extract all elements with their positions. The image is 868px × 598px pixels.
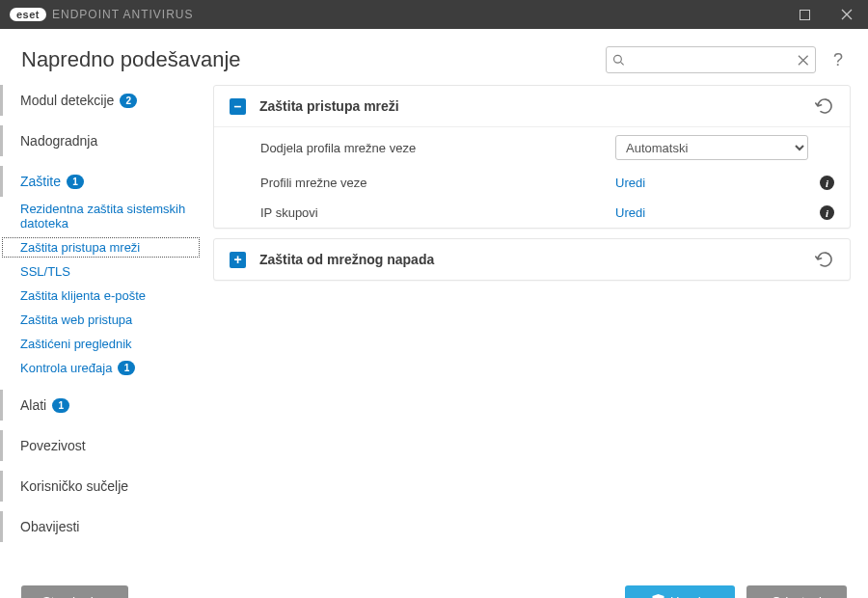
close-button[interactable] <box>826 0 868 29</box>
search-input[interactable] <box>630 53 792 68</box>
row-label: IP skupovi <box>260 205 604 220</box>
expand-icon[interactable]: + <box>230 252 246 268</box>
sidebar-item-alati[interactable]: Alati 1 <box>0 390 202 421</box>
panel-title: Zaštita od mrežnog napada <box>259 252 801 267</box>
sidebar-item-label: Modul detekcije <box>20 93 114 108</box>
profile-assign-select[interactable]: Automatski <box>615 135 808 160</box>
sidebar-item-label: Nadogradnja <box>20 133 97 149</box>
sidebar-item-label: Alati <box>20 397 46 413</box>
undo-icon[interactable] <box>815 251 834 268</box>
sidebar-item-label: Zaštita web pristupa <box>20 313 132 327</box>
edit-link[interactable]: Uredi <box>615 176 645 190</box>
page-title: Napredno podešavanje <box>21 47 241 72</box>
help-button[interactable]: ? <box>829 50 847 70</box>
product-name: ENDPOINT ANTIVIRUS <box>52 8 193 21</box>
close-icon <box>841 9 853 20</box>
sidebar-item-label: Korisničko sučelje <box>20 478 128 494</box>
footer: Standardno U redu Odustani <box>0 572 868 598</box>
panel-header[interactable]: + Zaštita od mrežnog napada <box>214 239 850 280</box>
panel-header[interactable]: – Zaštita pristupa mreži <box>214 86 850 126</box>
content: – Zaštita pristupa mreži Dodjela profila… <box>209 85 868 572</box>
row-label: Profili mrežne veze <box>260 176 604 190</box>
square-icon <box>800 10 810 20</box>
sidebar-item-eposta[interactable]: Zaštita klijenta e-pošte <box>0 284 202 308</box>
search-box[interactable] <box>606 46 816 73</box>
row-profiles: Profili mrežne veze Uredi i <box>214 168 850 198</box>
sidebar-item-preglednik[interactable]: Zaštićeni preglednik <box>0 332 202 356</box>
sidebar-item-uredjaji[interactable]: Kontrola uređaja 1 <box>0 356 202 380</box>
sidebar-item-povezivost[interactable]: Povezivost <box>0 430 202 461</box>
sidebar-item-nadogradnja[interactable]: Nadogradnja <box>0 125 202 156</box>
sidebar-item-label: SSL/TLS <box>20 264 70 279</box>
svg-rect-0 <box>800 10 809 19</box>
sidebar-item-label: Kontrola uređaja <box>20 361 112 375</box>
badge: 1 <box>118 361 135 375</box>
default-button[interactable]: Standardno <box>21 585 128 598</box>
sidebar-item-modul-detekcije[interactable]: Modul detekcije 2 <box>0 85 202 116</box>
clear-icon[interactable] <box>798 54 809 67</box>
svg-point-1 <box>614 55 622 63</box>
panel-title: Zaštita pristupa mreži <box>259 98 801 114</box>
info-icon[interactable]: i <box>820 176 834 190</box>
sidebar-item-label: Zaštita klijenta e-pošte <box>20 288 146 303</box>
sidebar-item-pristup-mrezi[interactable]: Zaštita pristupa mreži <box>0 235 202 259</box>
panel-mrezni-napad: + Zaštita od mrežnog napada <box>213 238 851 281</box>
sidebar-item-obavijesti[interactable]: Obavijesti <box>0 511 202 542</box>
ok-label: U redu <box>670 594 708 599</box>
panel-pristup-mrezi: – Zaštita pristupa mreži Dodjela profila… <box>213 85 851 229</box>
sidebar-item-label: Povezivost <box>20 438 86 453</box>
row-label: Dodjela profila mrežne veze <box>260 141 604 155</box>
info-icon[interactable]: i <box>820 205 834 220</box>
undo-icon[interactable] <box>815 97 834 115</box>
brand: eset ENDPOINT ANTIVIRUS <box>10 8 194 21</box>
search-icon <box>612 53 624 67</box>
sidebar-item-label: Rezidentna zaštita sistemskih datoteka <box>20 202 188 231</box>
sidebar-item-label: Obavijesti <box>20 519 79 534</box>
sidebar: Modul detekcije 2 Nadogradnja Zaštite 1 … <box>0 85 209 572</box>
sidebar-item-rezidentna[interactable]: Rezidentna zaštita sistemskih datoteka <box>0 197 202 235</box>
sidebar-item-web[interactable]: Zaštita web pristupa <box>0 308 202 332</box>
edit-link[interactable]: Uredi <box>615 205 645 220</box>
badge: 1 <box>52 398 69 413</box>
cancel-button[interactable]: Odustani <box>746 585 847 598</box>
ok-button[interactable]: U redu <box>625 585 735 598</box>
badge: 2 <box>120 94 137 108</box>
titlebar: eset ENDPOINT ANTIVIRUS <box>0 0 868 29</box>
sidebar-item-sucelje[interactable]: Korisničko sučelje <box>0 471 202 502</box>
window-buttons <box>783 0 868 29</box>
shield-icon <box>652 594 665 598</box>
sidebar-item-zastite[interactable]: Zaštite 1 <box>0 166 202 197</box>
row-profile-assign: Dodjela profila mrežne veze Automatski <box>214 127 850 168</box>
collapse-icon[interactable]: – <box>230 98 246 115</box>
sidebar-item-label: Zaštite <box>20 174 61 189</box>
header: Napredno podešavanje ? <box>0 29 868 85</box>
brand-logo: eset <box>10 8 46 21</box>
sidebar-item-ssltls[interactable]: SSL/TLS <box>0 259 202 284</box>
sidebar-item-label: Zaštita pristupa mreži <box>20 240 140 255</box>
sidebar-item-label: Zaštićeni preglednik <box>20 337 132 351</box>
row-ipsets: IP skupovi Uredi i <box>214 198 850 228</box>
badge: 1 <box>67 175 84 189</box>
maximize-button[interactable] <box>783 0 826 29</box>
